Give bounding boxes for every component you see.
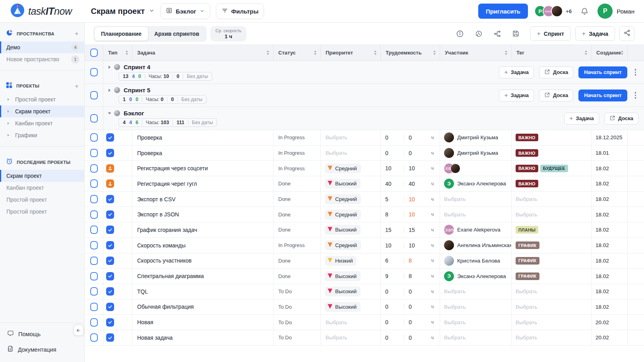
sidebar-item[interactable]: Простой проект bbox=[0, 206, 84, 218]
task-type-task-icon[interactable] bbox=[106, 318, 114, 327]
column-header-effort[interactable]: Трудоемкость bbox=[381, 45, 440, 60]
column-header-status[interactable]: Статус bbox=[274, 45, 321, 60]
row-checkbox[interactable] bbox=[90, 210, 98, 219]
tag-placeholder[interactable]: Выбрать bbox=[516, 319, 537, 325]
column-header-assignee[interactable]: Участник bbox=[440, 45, 512, 60]
project-switcher[interactable]: Скрам проект bbox=[91, 7, 155, 16]
tags-cell[interactable]: ПЛАНЫ bbox=[512, 222, 592, 237]
effort-cell[interactable]: 0 0 ч bbox=[381, 330, 440, 345]
sort-icon[interactable] bbox=[126, 51, 128, 55]
row-checkbox[interactable] bbox=[90, 133, 98, 142]
priority-value[interactable]: Средний bbox=[325, 210, 361, 220]
priority-value[interactable]: Высокий bbox=[325, 225, 361, 235]
task-name[interactable]: Спектральная диаграмма bbox=[132, 273, 204, 279]
info-icon[interactable] bbox=[456, 30, 464, 38]
task-type-task-icon[interactable] bbox=[106, 287, 114, 296]
row-checkbox[interactable] bbox=[90, 287, 98, 296]
tags-cell[interactable]: ГРАФИК bbox=[512, 238, 592, 253]
add-sprint-button[interactable]: + Спринт bbox=[530, 26, 570, 41]
tags-cell[interactable]: Выбрать bbox=[512, 207, 592, 222]
task-status[interactable]: Done bbox=[274, 273, 291, 279]
effort-cell[interactable]: 10 10 ч bbox=[381, 238, 440, 253]
row-checkbox[interactable] bbox=[90, 272, 98, 280]
task-type-task-icon[interactable] bbox=[106, 241, 114, 249]
effort-cell[interactable]: 0 0 ч bbox=[381, 315, 440, 330]
group-board-button[interactable]: Доска bbox=[604, 113, 638, 125]
sort-icon[interactable] bbox=[585, 51, 587, 55]
share-button[interactable] bbox=[619, 26, 634, 41]
priority-value[interactable]: Высокий bbox=[325, 179, 361, 189]
task-type-story-icon[interactable] bbox=[106, 179, 114, 188]
tag-badge[interactable]: ПЛАНЫ bbox=[516, 226, 538, 234]
assignee-cell[interactable]: Выбрать bbox=[440, 315, 512, 330]
priority-value[interactable]: Средний bbox=[325, 240, 361, 250]
priority-value[interactable]: Высокий bbox=[325, 271, 361, 281]
group-menu-button[interactable] bbox=[632, 90, 639, 100]
sidebar-docs-link[interactable]: Документация bbox=[0, 342, 84, 357]
group-add-task-button[interactable]: +Задача bbox=[499, 66, 534, 78]
row-checkbox[interactable] bbox=[90, 241, 98, 249]
tags-cell[interactable]: ВАЖНОБУДУЩЕЕ bbox=[512, 161, 592, 176]
caret-right-icon[interactable] bbox=[8, 98, 9, 101]
task-name[interactable]: Скорость участников bbox=[132, 257, 192, 264]
tags-cell[interactable]: ВАЖНО bbox=[512, 176, 592, 191]
task-status[interactable]: To Do bbox=[274, 335, 292, 341]
caret-right-icon[interactable] bbox=[109, 89, 111, 92]
sidebar-collapse-button[interactable] bbox=[74, 325, 83, 336]
sidebar-item[interactable]: Простой проект bbox=[0, 194, 84, 206]
tab-sprint-archive[interactable]: Архив спринтов bbox=[148, 27, 206, 41]
sidebar-item[interactable]: Скрам проект bbox=[0, 105, 84, 117]
sort-icon[interactable] bbox=[621, 51, 623, 55]
group-name[interactable]: Спринт 5 bbox=[124, 87, 150, 93]
task-status[interactable]: In Progress bbox=[274, 150, 305, 156]
sort-icon[interactable] bbox=[374, 51, 376, 55]
row-checkbox[interactable] bbox=[90, 179, 98, 188]
assignee-cell[interactable]: Дмитрий Кузьма bbox=[440, 130, 512, 145]
assignee-cell[interactable]: ExaneExane Alekperova bbox=[440, 222, 512, 237]
task-status[interactable]: To Do bbox=[274, 319, 292, 325]
tags-cell[interactable]: Выбрать bbox=[512, 300, 592, 315]
row-checkbox[interactable] bbox=[90, 257, 98, 265]
task-type-task-icon[interactable] bbox=[106, 226, 114, 234]
effort-cell[interactable]: 0 0 ч bbox=[381, 130, 440, 145]
priority-placeholder[interactable]: Выбрать bbox=[321, 335, 347, 341]
task-name[interactable]: Регистрация через соцсети bbox=[132, 165, 208, 171]
assignee-cell[interactable]: ЭЭксанэ Алекперова bbox=[440, 269, 512, 284]
row-checkbox[interactable] bbox=[90, 333, 98, 342]
assignee-cell[interactable]: Выбрать bbox=[440, 330, 512, 345]
history-icon[interactable] bbox=[475, 30, 483, 38]
assignee-placeholder[interactable]: Выбрать bbox=[444, 319, 466, 325]
effort-cell[interactable]: 9 8 ч bbox=[381, 269, 440, 284]
add-task-button[interactable]: + Задача bbox=[575, 26, 615, 41]
task-name[interactable]: TQL bbox=[132, 288, 148, 295]
effort-cell[interactable]: 10 10 ч bbox=[381, 161, 440, 176]
task-type-task-icon[interactable] bbox=[106, 303, 114, 311]
row-checkbox[interactable] bbox=[90, 91, 98, 99]
row-checkbox[interactable] bbox=[90, 149, 98, 157]
tags-cell[interactable]: Выбрать bbox=[512, 330, 592, 345]
user-menu[interactable]: P Роман bbox=[597, 4, 634, 19]
assignee-cell[interactable]: Выбрать bbox=[440, 284, 512, 299]
tag-badge[interactable]: ВАЖНО bbox=[516, 180, 538, 187]
sidebar-item[interactable]: Простой проект bbox=[0, 93, 84, 105]
group-menu-button[interactable] bbox=[632, 67, 639, 77]
task-status[interactable]: In Progress bbox=[274, 165, 305, 171]
task-type-task-icon[interactable] bbox=[106, 333, 114, 342]
task-status[interactable]: Done bbox=[274, 212, 291, 218]
sidebar-item[interactable]: Новое пространство 1 bbox=[0, 53, 84, 65]
tag-placeholder[interactable]: Выбрать bbox=[516, 212, 537, 218]
task-status[interactable]: Done bbox=[274, 227, 291, 233]
sort-icon[interactable] bbox=[314, 51, 316, 55]
sidebar-item[interactable]: Демо 4 bbox=[0, 41, 84, 53]
assignee-cell[interactable]: Ангелина Ильминская bbox=[440, 238, 512, 253]
sort-icon[interactable] bbox=[267, 51, 269, 55]
task-name[interactable]: Экспорт в CSV bbox=[132, 196, 176, 202]
assignee-placeholder[interactable]: Выбрать bbox=[444, 335, 466, 341]
effort-cell[interactable]: 8 10 ч bbox=[381, 207, 440, 222]
task-type-task-icon[interactable] bbox=[106, 257, 114, 265]
tag-badge[interactable]: БУДУЩЕЕ bbox=[540, 165, 568, 172]
view-selector-button[interactable]: Бэклог bbox=[160, 3, 210, 19]
tags-cell[interactable]: ВАЖНО bbox=[512, 146, 592, 161]
task-status[interactable]: Done bbox=[274, 196, 291, 202]
priority-value[interactable]: Высокий bbox=[325, 286, 361, 296]
